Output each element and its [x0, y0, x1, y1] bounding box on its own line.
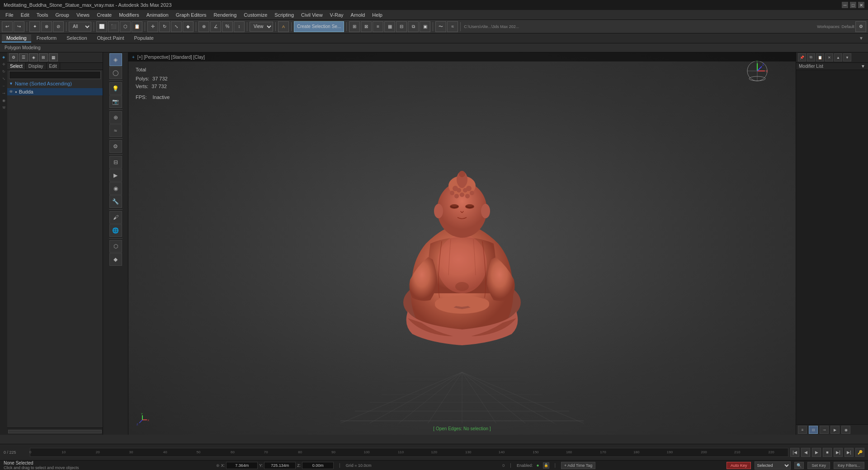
modifiers-panel-btn[interactable]: ⊟ [109, 156, 122, 169]
mirror-btn[interactable]: ⊞ [349, 21, 360, 32]
close-button[interactable]: ✕ [858, 2, 864, 8]
maximize-button[interactable]: □ [850, 2, 856, 8]
mode-dropdown[interactable]: All [69, 22, 91, 32]
snap-tool[interactable]: ⊕ [198, 21, 209, 32]
menu-edit[interactable]: Edit [17, 11, 33, 19]
rp-paste-btn[interactable]: 📋 [816, 53, 824, 61]
select-mode-icon[interactable]: ◈ [1, 54, 6, 60]
tab-populate[interactable]: Populate [129, 34, 158, 42]
go-end-btn[interactable]: ▶| [844, 448, 854, 457]
y-coord-input[interactable] [264, 462, 296, 469]
cameras-btn[interactable]: 📷 [109, 95, 122, 108]
selected-dropdown[interactable]: Selected [755, 461, 791, 470]
scene-scrollbar[interactable] [7, 428, 103, 435]
viewport-plus-icon[interactable]: + [132, 55, 135, 60]
scene-tool-3[interactable]: ◈ [29, 53, 38, 61]
scene-tool-2[interactable]: ☰ [19, 53, 28, 61]
rp-delete-btn[interactable]: ✕ [825, 53, 833, 61]
play-btn[interactable]: ▶ [812, 448, 821, 457]
menu-file[interactable]: File [2, 11, 17, 19]
menu-civil-view[interactable]: Civil View [297, 11, 326, 19]
menu-help[interactable]: Help [368, 11, 386, 19]
extra-btn1[interactable]: ⬡ [109, 240, 122, 253]
scene-tab-edit[interactable]: Edit [47, 63, 60, 70]
lights-btn[interactable]: 💡 [109, 82, 122, 95]
utilities-btn[interactable]: 🔧 [109, 195, 122, 208]
display-icon[interactable]: ◉ [1, 98, 6, 103]
workspace-settings-btn[interactable]: ⚙ [855, 21, 866, 32]
rotate-tool[interactable]: ↻ [159, 21, 170, 32]
visibility-icon[interactable]: 👁 [9, 89, 13, 94]
rp-pin-btn[interactable]: 📌 [798, 53, 806, 61]
extra-btn2[interactable]: ◆ [109, 253, 122, 266]
move-icon[interactable]: ✛ [1, 61, 6, 67]
display-btn[interactable]: ◉ [109, 182, 122, 195]
dope-sheet-btn[interactable]: ≈ [447, 21, 458, 32]
select-region-btn[interactable]: ⬛ [108, 21, 119, 32]
menu-group[interactable]: Group [52, 11, 73, 19]
add-time-tag-btn[interactable]: + Add Time Tag [561, 462, 595, 469]
set-key-btn[interactable]: Set Key [807, 462, 830, 469]
tab-freeform[interactable]: Freeform [32, 34, 61, 42]
array-btn[interactable]: ▦ [384, 21, 395, 32]
select-object-btn[interactable]: ⬜ [96, 21, 107, 32]
x-coord-input[interactable] [226, 462, 258, 469]
key-filters-btn[interactable]: Key Filters... [834, 462, 864, 469]
utilities-icon[interactable]: ⚒ [1, 105, 6, 110]
rp-up-btn[interactable]: ▲ [834, 53, 842, 61]
rp-copy-btn[interactable]: ⧉ [807, 53, 815, 61]
motion-btn[interactable]: ▶ [109, 169, 122, 182]
scale-tool[interactable]: ⤡ [171, 21, 182, 32]
percent-snap-btn[interactable]: % [222, 21, 233, 32]
layer-btn[interactable]: ▣ [420, 21, 430, 32]
lock-btn[interactable]: 🔒 [543, 462, 549, 469]
view-dropdown[interactable]: View [250, 22, 273, 32]
undo-button[interactable]: ↩ [2, 21, 13, 32]
scene-tool-5[interactable]: ▦ [49, 53, 58, 61]
create-shapes-btn[interactable]: ◯ [109, 66, 122, 79]
menu-create[interactable]: Create [93, 11, 115, 19]
rp-tab-display[interactable]: ◉ [841, 426, 850, 434]
tab-object-paint[interactable]: Object Paint [93, 34, 129, 42]
timeline-slider[interactable]: 0 10 20 30 40 50 60 70 80 90 100 110 120… [30, 448, 788, 457]
systems-btn[interactable]: ⚙ [109, 140, 122, 153]
menu-modifiers[interactable]: Modifiers [115, 11, 143, 19]
align2-btn[interactable]: ≡ [373, 21, 383, 32]
angle-snap-btn[interactable]: ∠ [210, 21, 221, 32]
rotate-icon[interactable]: ↻ [1, 69, 6, 74]
arnold-icon[interactable]: A [278, 21, 289, 32]
create-selection-btn[interactable]: Create Selection Se... [294, 21, 344, 32]
menu-tools[interactable]: Tools [33, 11, 52, 19]
viewport[interactable]: + [+] [Perspective] [Standard] [Clay] To… [128, 52, 796, 435]
scene-tool-1[interactable]: ⚙ [9, 53, 18, 61]
rp-tab-motion[interactable]: ▶ [830, 426, 840, 434]
menu-graph-editors[interactable]: Graph Editors [172, 11, 210, 19]
stop-btn[interactable]: ■ [823, 448, 832, 457]
move-tool[interactable]: ✛ [147, 21, 158, 32]
tab-modeling[interactable]: Modeling [2, 34, 31, 42]
menu-customize[interactable]: Customize [240, 11, 271, 19]
environment-btn[interactable]: 🌐 [109, 224, 122, 237]
scene-tab-select[interactable]: Select [7, 63, 26, 70]
menu-vray[interactable]: V-Ray [326, 11, 347, 19]
menu-animation[interactable]: Animation [143, 11, 172, 19]
z-coord-input[interactable] [302, 462, 334, 469]
prev-frame-btn[interactable]: ◀ [801, 448, 810, 457]
select-filter-btn[interactable]: ⬡ [120, 21, 131, 32]
render-icon[interactable]: ● [15, 90, 17, 94]
scene-name-sort[interactable]: ▼ Name (Sorted Ascending) [7, 80, 103, 87]
clone-btn[interactable]: ⧉ [408, 21, 419, 32]
align-btn[interactable]: ⊠ [361, 21, 372, 32]
redo-button[interactable]: ↪ [14, 21, 24, 32]
rp-tab-modifier[interactable]: ⊟ [809, 426, 818, 434]
select-by-name-btn[interactable]: 📋 [132, 21, 142, 32]
scene-tab-display[interactable]: Display [26, 63, 47, 70]
rp-tab-params[interactable]: ≡ [798, 426, 807, 434]
rp-tab-hierarchy[interactable]: ⊸ [820, 426, 829, 434]
viewport-canvas[interactable]: Total Polys: 37 732 Verts: 37 732 FPS: I… [128, 52, 796, 435]
minimize-button[interactable]: ─ [842, 2, 848, 8]
spacing-btn[interactable]: ⊟ [396, 21, 407, 32]
rp-down-btn[interactable]: ▼ [843, 53, 851, 61]
unlink-tool[interactable]: ⊘ [53, 21, 64, 32]
key-mode-btn[interactable]: 🔑 [855, 448, 864, 457]
